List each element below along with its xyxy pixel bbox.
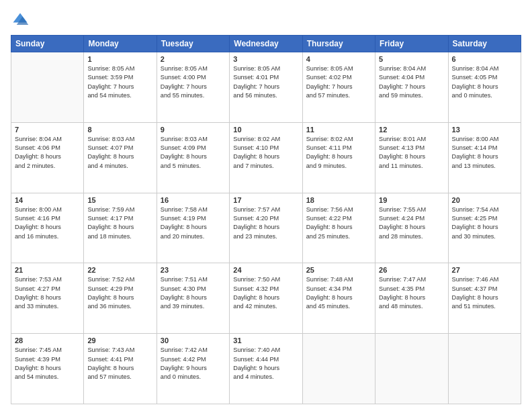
calendar-cell: 23Sunrise: 7:51 AMSunset: 4:30 PMDayligh… [157,263,229,334]
day-number: 26 [379,266,444,274]
day-header-tuesday: Tuesday [157,36,229,52]
day-number: 7 [15,126,80,134]
calendar-cell: 11Sunrise: 8:02 AMSunset: 4:11 PMDayligh… [302,122,375,193]
day-number: 12 [379,126,444,134]
calendar-cell: 27Sunrise: 7:46 AMSunset: 4:37 PMDayligh… [448,263,521,334]
day-number: 14 [15,196,80,204]
day-number: 11 [306,126,371,134]
day-number: 20 [452,196,517,204]
day-header-thursday: Thursday [302,36,375,52]
calendar-cell [375,334,448,404]
day-number: 30 [161,336,226,345]
day-number: 27 [452,266,517,274]
calendar-cell: 15Sunrise: 7:59 AMSunset: 4:17 PMDayligh… [84,193,157,263]
calendar-cell: 8Sunrise: 8:03 AMSunset: 4:07 PMDaylight… [84,122,157,193]
calendar-cell: 22Sunrise: 7:52 AMSunset: 4:29 PMDayligh… [84,263,157,334]
calendar-cell: 13Sunrise: 8:00 AMSunset: 4:14 PMDayligh… [448,122,521,193]
day-number: 8 [87,126,152,134]
day-info: Sunrise: 8:05 AMSunset: 4:02 PMDaylight:… [306,64,371,100]
calendar-cell: 21Sunrise: 7:53 AMSunset: 4:27 PMDayligh… [11,263,84,334]
day-number: 16 [161,196,226,204]
calendar-cell [448,334,521,404]
day-number: 31 [233,336,298,345]
day-info: Sunrise: 7:56 AMSunset: 4:22 PMDaylight:… [306,205,371,241]
calendar-header-row: SundayMondayTuesdayWednesdayThursdayFrid… [11,36,521,52]
day-header-sunday: Sunday [11,36,84,52]
day-number: 13 [452,126,517,134]
day-number: 5 [379,55,444,63]
day-info: Sunrise: 8:04 AMSunset: 4:06 PMDaylight:… [15,135,80,171]
calendar-cell: 1Sunrise: 8:05 AMSunset: 3:59 PMDaylight… [84,52,157,123]
day-info: Sunrise: 8:05 AMSunset: 4:01 PMDaylight:… [233,64,298,100]
calendar-table: SundayMondayTuesdayWednesdayThursdayFrid… [11,35,521,404]
day-header-wednesday: Wednesday [230,36,302,52]
day-number: 19 [379,196,444,204]
calendar-cell: 29Sunrise: 7:43 AMSunset: 4:41 PMDayligh… [84,334,157,404]
day-number: 3 [233,55,298,63]
calendar-cell: 4Sunrise: 8:05 AMSunset: 4:02 PMDaylight… [302,52,375,123]
day-info: Sunrise: 7:42 AMSunset: 4:42 PMDaylight:… [161,346,226,381]
logo-icon [11,11,30,30]
day-header-monday: Monday [84,36,157,52]
day-number: 4 [306,55,371,63]
day-info: Sunrise: 8:05 AMSunset: 3:59 PMDaylight:… [87,64,152,100]
day-info: Sunrise: 8:03 AMSunset: 4:09 PMDaylight:… [161,135,226,171]
day-info: Sunrise: 8:05 AMSunset: 4:00 PMDaylight:… [161,64,226,100]
day-header-saturday: Saturday [448,36,521,52]
calendar-week-1: 1Sunrise: 8:05 AMSunset: 3:59 PMDaylight… [11,52,521,123]
day-info: Sunrise: 8:01 AMSunset: 4:13 PMDaylight:… [379,135,444,171]
day-info: Sunrise: 8:03 AMSunset: 4:07 PMDaylight:… [87,135,152,171]
calendar-cell: 25Sunrise: 7:48 AMSunset: 4:34 PMDayligh… [302,263,375,334]
day-info: Sunrise: 8:02 AMSunset: 4:11 PMDaylight:… [306,135,371,171]
calendar-cell: 3Sunrise: 8:05 AMSunset: 4:01 PMDaylight… [230,52,302,123]
day-info: Sunrise: 7:45 AMSunset: 4:39 PMDaylight:… [15,346,80,381]
day-info: Sunrise: 7:50 AMSunset: 4:32 PMDaylight:… [233,275,298,311]
calendar-cell: 12Sunrise: 8:01 AMSunset: 4:13 PMDayligh… [375,122,448,193]
calendar-cell: 17Sunrise: 7:57 AMSunset: 4:20 PMDayligh… [230,193,302,263]
day-info: Sunrise: 8:04 AMSunset: 4:04 PMDaylight:… [379,64,444,100]
calendar-week-5: 28Sunrise: 7:45 AMSunset: 4:39 PMDayligh… [11,334,521,404]
calendar-cell [302,334,375,404]
day-number: 24 [233,266,298,274]
day-number: 29 [87,336,152,345]
calendar-cell: 18Sunrise: 7:56 AMSunset: 4:22 PMDayligh… [302,193,375,263]
calendar-week-3: 14Sunrise: 8:00 AMSunset: 4:16 PMDayligh… [11,193,521,263]
calendar-cell: 24Sunrise: 7:50 AMSunset: 4:32 PMDayligh… [230,263,302,334]
day-info: Sunrise: 7:46 AMSunset: 4:37 PMDaylight:… [452,275,517,311]
day-number: 23 [161,266,226,274]
calendar-cell: 20Sunrise: 7:54 AMSunset: 4:25 PMDayligh… [448,193,521,263]
day-info: Sunrise: 8:00 AMSunset: 4:16 PMDaylight:… [15,205,80,241]
calendar-cell: 2Sunrise: 8:05 AMSunset: 4:00 PMDaylight… [157,52,229,123]
day-header-friday: Friday [375,36,448,52]
day-number: 21 [15,266,80,274]
day-number: 17 [233,196,298,204]
calendar-cell: 14Sunrise: 8:00 AMSunset: 4:16 PMDayligh… [11,193,84,263]
calendar-week-2: 7Sunrise: 8:04 AMSunset: 4:06 PMDaylight… [11,122,521,193]
calendar-cell: 28Sunrise: 7:45 AMSunset: 4:39 PMDayligh… [11,334,84,404]
day-number: 28 [15,336,80,345]
day-info: Sunrise: 8:04 AMSunset: 4:05 PMDaylight:… [452,64,517,100]
day-info: Sunrise: 8:02 AMSunset: 4:10 PMDaylight:… [233,135,298,171]
day-info: Sunrise: 7:58 AMSunset: 4:19 PMDaylight:… [161,205,226,241]
day-info: Sunrise: 8:00 AMSunset: 4:14 PMDaylight:… [452,135,517,171]
calendar-cell: 6Sunrise: 8:04 AMSunset: 4:05 PMDaylight… [448,52,521,123]
day-info: Sunrise: 7:55 AMSunset: 4:24 PMDaylight:… [379,205,444,241]
day-number: 15 [87,196,152,204]
calendar-cell: 5Sunrise: 8:04 AMSunset: 4:04 PMDaylight… [375,52,448,123]
calendar-cell: 16Sunrise: 7:58 AMSunset: 4:19 PMDayligh… [157,193,229,263]
day-number: 1 [87,55,152,63]
calendar-cell: 9Sunrise: 8:03 AMSunset: 4:09 PMDaylight… [157,122,229,193]
calendar-cell: 30Sunrise: 7:42 AMSunset: 4:42 PMDayligh… [157,334,229,404]
day-info: Sunrise: 7:54 AMSunset: 4:25 PMDaylight:… [452,205,517,241]
day-number: 2 [161,55,226,63]
day-number: 10 [233,126,298,134]
day-number: 22 [87,266,152,274]
day-info: Sunrise: 7:52 AMSunset: 4:29 PMDaylight:… [87,275,152,311]
day-number: 6 [452,55,517,63]
day-number: 18 [306,196,371,204]
day-info: Sunrise: 7:47 AMSunset: 4:35 PMDaylight:… [379,275,444,311]
calendar-week-4: 21Sunrise: 7:53 AMSunset: 4:27 PMDayligh… [11,263,521,334]
day-info: Sunrise: 7:43 AMSunset: 4:41 PMDaylight:… [87,346,152,381]
header [11,11,521,30]
day-info: Sunrise: 7:53 AMSunset: 4:27 PMDaylight:… [15,275,80,311]
